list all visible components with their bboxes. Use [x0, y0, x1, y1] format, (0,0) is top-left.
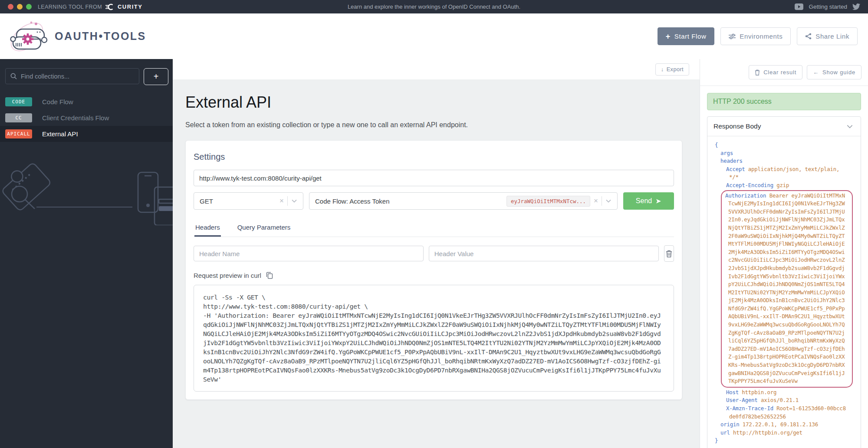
- header-value-input[interactable]: [429, 246, 659, 261]
- clear-method-icon[interactable]: ×: [276, 197, 287, 205]
- response-line: origin 172.22.0.1, 69.181.2.136: [715, 421, 856, 429]
- window-minimize-button[interactable]: [17, 4, 23, 10]
- response-line: ZgKgTQf-cAvz8aOaB9_RPzMTlpoeNQYTN7U2j: [725, 329, 850, 337]
- share-icon: [805, 33, 812, 40]
- response-line: Z-gim4Tp138rtpHOPREotPCaIVNQsFao0lzXX: [725, 353, 850, 361]
- response-line: 2F0aW9uSWQiOiIxNjhkMjQ4My0wNTZiLTQyZT: [725, 232, 850, 240]
- collections-illustration: [0, 160, 173, 225]
- response-line: Accept-Encoding gzip: [715, 181, 856, 190]
- show-guide-button[interactable]: ← Show guide: [807, 65, 861, 79]
- response-line: 5VVXRJUlhOcFF0dmNrZyIsImFsZyI6IlJTMjU: [725, 208, 850, 216]
- trash-icon: [755, 69, 760, 76]
- response-line: AQbUBiV9nL-xxIlT-DMAn9C2U1_HqyztbwXUt: [725, 313, 850, 321]
- flow-main: ↓ Export External API Select a token fro…: [173, 59, 700, 448]
- token-select[interactable]: Code Flow: Access Token eyJraWQiOiItMTMx…: [309, 192, 618, 210]
- response-line: args: [715, 149, 856, 158]
- settings-heading: Settings: [194, 152, 674, 162]
- response-line: NfdG9rZW4ifQ.YgGPoWKCpPWUE1cf5_P0PxPp: [725, 305, 850, 313]
- chevron-down-icon[interactable]: [602, 199, 613, 203]
- add-collection-button[interactable]: +: [144, 68, 168, 85]
- response-line: Host httpbin.org: [715, 389, 856, 397]
- search-input[interactable]: [21, 73, 134, 80]
- window-close-button[interactable]: [8, 4, 13, 10]
- response-body-card: Response Body {argsheadersAccept applica…: [707, 116, 861, 448]
- clear-result-button[interactable]: Clear result: [749, 65, 802, 79]
- response-line: User-Agent axios/0.21.1: [715, 396, 856, 405]
- response-line: NjQtYTBiZS1jMTZjM2IxZmYyMmMiLCJkZWxlZ: [725, 224, 850, 232]
- collection-badge: CC: [5, 113, 32, 122]
- settings-card: Settings GET × Code Flow: Access T: [185, 140, 682, 400]
- response-line: KRs-Mnebus5atVg9zoDc3k1OcgDyD6PD7nbRX: [725, 361, 850, 369]
- getting-started-link[interactable]: Getting started: [809, 3, 847, 10]
- send-button[interactable]: Send: [623, 192, 674, 210]
- response-line: X-Amzn-Trace-Id Root=1-61253d60-00bcc8: [715, 405, 856, 413]
- curl-preview-box: curl -Ss -X GET \ http://www.tyk-test.co…: [194, 285, 674, 392]
- collections-list: CODECode FlowCCClient Credentials FlowAP…: [0, 94, 173, 142]
- oauth-tools-app: LEARNING TOOL FROM CURITY Learn and expl…: [0, 0, 868, 448]
- tab-query-parameters[interactable]: Query Parameters: [237, 220, 292, 237]
- collection-label: Code Flow: [42, 98, 73, 105]
- collection-badge: APICALL: [5, 129, 32, 138]
- method-select[interactable]: GET ×: [194, 192, 303, 210]
- response-line: url http://httpbin.org/get: [715, 429, 856, 437]
- page-subtitle: Select a token from an existing collecti…: [185, 121, 682, 129]
- sidebar-item-code-flow[interactable]: CODECode Flow: [0, 94, 173, 110]
- copy-icon[interactable]: [266, 272, 273, 279]
- collection-label: Client Credentials Flow: [42, 114, 109, 122]
- start-flow-button[interactable]: + Start Flow: [658, 27, 715, 45]
- sliders-icon: [729, 33, 736, 40]
- response-line: Ivb2F1dGgtYW5vbnltb3VzIiwic3ViIjoiYWx: [725, 273, 850, 281]
- result-panel: Clear result ← Show guide HTTP 200 succe…: [700, 59, 868, 448]
- delete-header-button[interactable]: [664, 245, 674, 262]
- collections-sidebar: + CODECode FlowCCClient Credentials Flow…: [0, 59, 173, 448]
- clear-token-icon[interactable]: ×: [590, 197, 602, 205]
- endpoint-url-input[interactable]: [194, 170, 674, 186]
- authorization-token-highlight: Authorization Bearer eyJraWQiOiItMTMxNTc…: [721, 190, 853, 388]
- app-logo: [10, 19, 48, 54]
- response-body-header[interactable]: Response Body: [707, 117, 861, 136]
- curl-preview-label: Request preview in curl: [194, 272, 261, 279]
- response-line: 2Mjk4MzA3ODksIm5iZiI6MTYyOTgzMDQ4OSwi: [725, 248, 850, 257]
- curity-logo-icon: [105, 3, 114, 11]
- token-chip: eyJraWQiOiItMTMxNTcw...: [506, 196, 590, 207]
- collection-badge: CODE: [5, 97, 32, 106]
- window-zoom-button[interactable]: [26, 4, 32, 10]
- twitter-icon[interactable]: [852, 3, 860, 10]
- response-json: {argsheadersAccept application/json, tex…: [707, 136, 861, 448]
- response-line: jE2Mjk4MzA0ODksInB1cnBvc2UiOiJhY2Nlc3: [725, 296, 850, 305]
- brand-prefix: LEARNING TOOL FROM: [38, 4, 102, 10]
- youtube-icon[interactable]: [795, 3, 803, 10]
- response-line: liCql6YZ5pHGfQhJJl_boRhqibNRtmKxWyXzQ: [725, 337, 850, 345]
- header-name-input[interactable]: [194, 246, 424, 261]
- response-line: */*: [715, 173, 856, 181]
- chevron-down-icon[interactable]: [288, 199, 299, 203]
- app-header: OAUTH•TOOLS + Start Flow Environments Sh…: [0, 13, 868, 59]
- response-line: gawBNIHa2QGS8jOZVucuCmPveigKsIfi6l1jJ: [725, 369, 850, 378]
- sidebar-item-external-api[interactable]: APICALLExternal API: [0, 126, 173, 142]
- response-line: Accept application/json, text/plain,: [715, 165, 856, 174]
- trash-icon: [666, 250, 672, 257]
- response-line: headers: [715, 157, 856, 165]
- response-line: pY2UiLCJhdWQiOiJhNDQ0NmZjOS1mNTE5LTQ4: [725, 280, 850, 289]
- response-line: TKpPPY75Lmc4fuJvXuSeVw: [725, 377, 850, 385]
- plus-icon: +: [666, 33, 671, 40]
- environments-button[interactable]: Environments: [720, 27, 791, 45]
- response-line: 7adDZ27ED-mV1AoICS6O8HwgTzf-cO3zjfDEh: [725, 345, 850, 353]
- page-title: External API: [185, 93, 682, 112]
- export-button[interactable]: ↓ Export: [655, 63, 689, 76]
- share-link-button[interactable]: Share Link: [797, 27, 858, 45]
- window-topbar: LEARNING TOOL FROM CURITY Learn and expl…: [0, 0, 868, 13]
- send-arrow-icon: [656, 198, 661, 204]
- response-line: Authorization Bearer eyJraWQiOiItMTMxN: [725, 192, 850, 200]
- chevron-down-icon[interactable]: [843, 125, 855, 128]
- sidebar-item-client-credentials-flow[interactable]: CCClient Credentials Flow: [0, 110, 173, 126]
- response-line: }: [715, 437, 856, 445]
- tab-headers[interactable]: Headers: [194, 220, 221, 237]
- collection-search: [5, 68, 139, 84]
- status-banner: HTTP 200 success: [707, 93, 861, 110]
- brand-name: CURITY: [118, 3, 142, 10]
- search-icon: [10, 73, 17, 79]
- request-tabs: Headers Query Parameters: [194, 220, 674, 237]
- response-line: c2NvcGUiOiIiLCJpc3MiOiJodHRwczovL2lnZ: [725, 256, 850, 264]
- response-line: 2In0.eyJqdGkiOiJjNWFlNjNhMC03ZjJmLTQx: [725, 216, 850, 224]
